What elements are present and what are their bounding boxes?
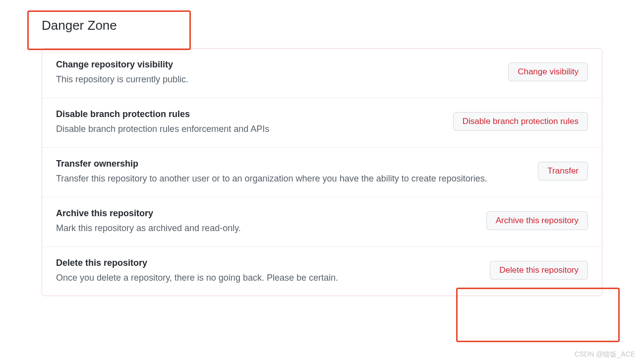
archive-repository-desc: Mark this repository as archived and rea… xyxy=(56,222,476,236)
disable-branch-protection-button[interactable]: Disable branch protection rules xyxy=(453,112,588,131)
transfer-ownership-desc: Transfer this repository to another user… xyxy=(56,172,528,186)
delete-repository-title: Delete this repository xyxy=(56,258,480,268)
disable-branch-protection-desc: Disable branch protection rules enforcem… xyxy=(56,122,443,136)
archive-repository-title: Archive this repository xyxy=(56,208,476,219)
change-visibility-button[interactable]: Change visibility xyxy=(508,62,588,81)
change-visibility-desc: This repository is currently public. xyxy=(56,73,498,87)
highlight-box-delete xyxy=(456,288,620,342)
transfer-ownership-title: Transfer ownership xyxy=(56,159,528,169)
danger-zone-panel: Change repository visibility This reposi… xyxy=(42,48,602,296)
change-visibility-title: Change repository visibility xyxy=(56,60,498,70)
highlight-box-title xyxy=(27,10,191,50)
archive-repository-row: Archive this repository Mark this reposi… xyxy=(42,197,602,247)
row-text: Transfer ownership Transfer this reposit… xyxy=(56,159,538,186)
row-text: Delete this repository Once you delete a… xyxy=(56,258,490,285)
delete-repository-desc: Once you delete a repository, there is n… xyxy=(56,271,480,285)
disable-branch-protection-title: Disable branch protection rules xyxy=(56,109,443,120)
row-text: Archive this repository Mark this reposi… xyxy=(56,208,486,236)
disable-branch-protection-row: Disable branch protection rules Disable … xyxy=(42,98,602,148)
change-visibility-row: Change repository visibility This reposi… xyxy=(42,49,602,98)
archive-repository-button[interactable]: Archive this repository xyxy=(486,211,588,230)
transfer-button[interactable]: Transfer xyxy=(538,162,588,181)
row-text: Change repository visibility This reposi… xyxy=(56,60,508,87)
watermark-text: CSDN @猫饭_ACE xyxy=(575,350,635,359)
delete-repository-button[interactable]: Delete this repository xyxy=(490,261,588,280)
transfer-ownership-row: Transfer ownership Transfer this reposit… xyxy=(42,148,602,197)
row-text: Disable branch protection rules Disable … xyxy=(56,109,453,136)
